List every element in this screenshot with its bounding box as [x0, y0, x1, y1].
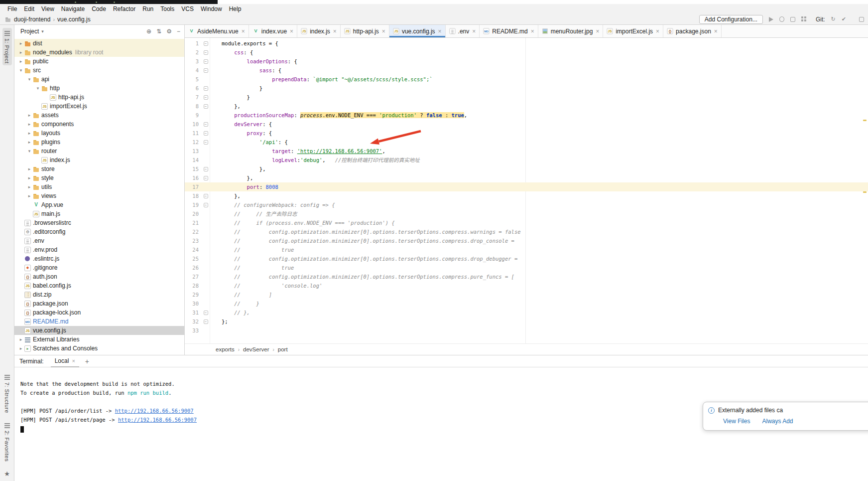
code-line[interactable]: 9 productionSourceMap: process.env.NODE_…	[185, 111, 868, 120]
code-line[interactable]: 23 // config.optimization.minimizer[0].o…	[185, 236, 868, 245]
view-files-link[interactable]: View Files	[723, 418, 750, 425]
chevron-right-icon[interactable]: ▸	[26, 131, 33, 136]
code-line[interactable]: 25 // config.optimization.minimizer[0].o…	[185, 254, 868, 263]
tree-item-dist[interactable]: ▸dist	[14, 39, 184, 48]
tree-item-style[interactable]: ▸style	[14, 173, 184, 182]
menu-navigate[interactable]: Navigate	[58, 4, 88, 14]
close-icon[interactable]: ×	[72, 358, 75, 364]
tree-item-.editorconfig[interactable]: .editorconfig	[14, 227, 184, 236]
menu-file[interactable]: File	[4, 4, 20, 14]
code-line[interactable]: 4− sass: {	[185, 66, 868, 75]
tree-item-index.js[interactable]: index.js	[14, 156, 184, 164]
tree-item-store[interactable]: ▸store	[14, 164, 184, 173]
tree-item-router[interactable]: ▾router	[14, 147, 184, 156]
nav-breadcrumb-file[interactable]: vue.config.js	[57, 16, 91, 23]
add-configuration-button[interactable]: Add Configuration...	[699, 15, 763, 24]
menu-help[interactable]: Help	[226, 4, 245, 14]
tab-AsideMenu.vue[interactable]: AsideMenu.vue×	[185, 25, 249, 37]
toolwindow-button-project[interactable]: 1: Project	[2, 28, 12, 65]
fold-close-icon[interactable]: −	[202, 191, 210, 200]
tree-item-importExcel.js[interactable]: importExcel.js	[14, 102, 184, 111]
collapse-all-icon[interactable]: ⇅	[156, 28, 161, 34]
code-line[interactable]: 16− },	[185, 173, 868, 182]
tab-package.json[interactable]: package.json×	[663, 25, 722, 37]
tree-item-layouts[interactable]: ▸layouts	[14, 129, 184, 138]
menu-window[interactable]: Window	[197, 4, 226, 14]
gear-icon[interactable]: ⚙	[166, 28, 172, 34]
chevron-down-icon[interactable]: ▾	[26, 77, 33, 82]
chevron-right-icon[interactable]: ▸	[17, 346, 24, 351]
code-line[interactable]: 8− },	[185, 102, 868, 111]
code-line[interactable]: 5 prependData: `@import "~@/assets/scss/…	[185, 75, 868, 84]
tab-.env[interactable]: .env×	[446, 25, 480, 37]
close-icon[interactable]: ×	[472, 28, 476, 35]
breadcrumb-exports[interactable]: exports	[216, 346, 235, 352]
code-line[interactable]: 19− // configureWebpack: config => {	[185, 200, 868, 209]
chevron-down-icon[interactable]: ▾	[34, 86, 41, 91]
close-icon[interactable]: ×	[242, 28, 245, 35]
close-icon[interactable]: ×	[596, 28, 599, 35]
fold-close-icon[interactable]: −	[202, 93, 210, 102]
menu-tools[interactable]: Tools	[157, 4, 178, 14]
code-line[interactable]: 33	[185, 326, 868, 335]
chevron-right-icon[interactable]: ▸	[17, 50, 24, 55]
error-stripe-mark[interactable]	[863, 120, 867, 121]
tree-item-http-api.js[interactable]: http-api.js	[14, 93, 184, 102]
new-terminal-icon[interactable]: +	[85, 357, 89, 365]
fold-close-icon[interactable]: −	[202, 102, 210, 111]
chevron-down-icon[interactable]: ▾	[26, 149, 33, 154]
chevron-right-icon[interactable]: ▸	[17, 59, 24, 64]
close-icon[interactable]: ×	[438, 28, 442, 35]
code-line[interactable]: 10− devServer: {	[185, 120, 868, 129]
nav-breadcrumb-project[interactable]: duoji-frontend	[14, 16, 50, 23]
fold-open-icon[interactable]: −	[202, 129, 210, 138]
code-line[interactable]: 31− // },	[185, 308, 868, 317]
tree-item-http[interactable]: ▾http	[14, 84, 184, 93]
menu-edit[interactable]: Edit	[20, 4, 38, 14]
close-icon[interactable]: ×	[290, 28, 293, 35]
tree-item-babel.config.js[interactable]: babel.config.js	[14, 281, 184, 290]
tree-item-.env.prod[interactable]: .env.prod	[14, 245, 184, 254]
menu-view[interactable]: View	[38, 4, 58, 14]
code-line[interactable]: 1−module.exports = {	[185, 39, 868, 48]
code-line[interactable]: 24 // true	[185, 245, 868, 254]
tree-item-.gitignore[interactable]: .gitignore	[14, 263, 184, 272]
code-line[interactable]: 20 // // 生产去除日志	[185, 209, 868, 218]
tab-vue.config.js[interactable]: vue.config.js×	[389, 25, 446, 37]
project-panel-title[interactable]: Project	[20, 28, 39, 35]
code-line[interactable]: 11− proxy: {	[185, 129, 868, 138]
chevron-right-icon[interactable]: ▸	[17, 41, 24, 46]
tree-item-.env[interactable]: .env	[14, 236, 184, 245]
tab-index.js[interactable]: index.js×	[297, 25, 341, 37]
tree-item-vue.config.js[interactable]: vue.config.js	[14, 326, 184, 335]
coverage-icon[interactable]	[790, 17, 795, 22]
breadcrumb-port[interactable]: port	[278, 346, 288, 352]
code-line[interactable]: 13 target: 'http://192.168.66.56:9007',	[185, 147, 868, 156]
tree-item-package.json[interactable]: package.json	[14, 299, 184, 308]
code-line[interactable]: 29 // ]	[185, 290, 868, 299]
tab-http-api.js[interactable]: http-api.js×	[341, 25, 389, 37]
code-line[interactable]: 32−};	[185, 317, 868, 326]
code-line[interactable]: 22 // config.optimization.minimizer[0].o…	[185, 227, 868, 236]
close-icon[interactable]: ×	[714, 28, 718, 35]
tree-item-plugins[interactable]: ▸plugins	[14, 138, 184, 147]
close-icon[interactable]: ×	[382, 28, 385, 35]
fold-open-icon[interactable]: −	[202, 138, 210, 147]
code-line[interactable]: 30 // }	[185, 299, 868, 308]
always-add-link[interactable]: Always Add	[762, 418, 793, 425]
favorites-star-icon[interactable]: ★	[4, 471, 10, 477]
tree-item-views[interactable]: ▸views	[14, 191, 184, 200]
tree-item-External Libraries[interactable]: ▸External Libraries	[14, 335, 184, 344]
tree-item-auth.json[interactable]: auth.json	[14, 272, 184, 281]
window-layout-icon[interactable]	[859, 17, 864, 22]
fold-open-icon[interactable]: −	[202, 57, 210, 66]
debug-icon[interactable]	[779, 16, 784, 22]
tab-importExcel.js[interactable]: importExcel.js×	[603, 25, 663, 37]
chevron-down-icon[interactable]: ▾	[41, 29, 44, 34]
fold-open-icon[interactable]: −	[202, 48, 210, 57]
tab-README.md[interactable]: README.md×	[480, 25, 538, 37]
terminal-link[interactable]: http://192.168.66.56:9007	[118, 417, 197, 423]
breadcrumb-devServer[interactable]: devServer	[243, 346, 269, 352]
tree-item-.browserslistrc[interactable]: .browserslistrc	[14, 218, 184, 227]
close-icon[interactable]: ×	[656, 28, 659, 35]
